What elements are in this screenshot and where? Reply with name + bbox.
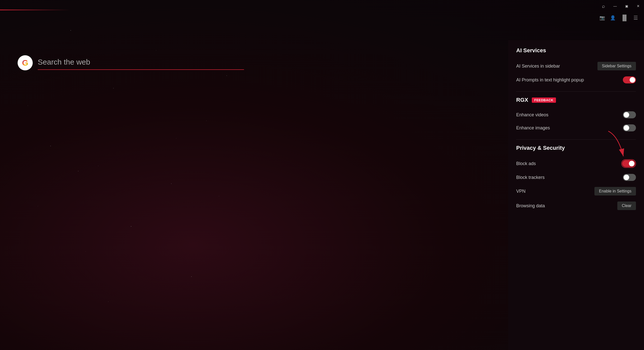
block-trackers-label: Block trackers: [516, 175, 545, 180]
profile-icon[interactable]: 👤: [610, 15, 616, 21]
right-panel: AI Services AI Services in sidebar Sideb…: [508, 40, 644, 350]
enhance-videos-toggle-thumb: [624, 112, 629, 118]
google-logo: G: [18, 55, 33, 70]
google-g-letter: G: [22, 58, 28, 68]
search-titlebar-button[interactable]: ⌕: [598, 0, 609, 12]
enhance-images-row: Enhance images: [516, 121, 636, 134]
camera-icon[interactable]: 📷: [599, 15, 605, 21]
media-control-icon[interactable]: ▐▌: [621, 15, 628, 21]
browsing-data-label: Browsing data: [516, 203, 545, 209]
enhance-videos-label: Enhance videos: [516, 112, 548, 118]
close-icon: ✕: [637, 4, 640, 8]
search-input[interactable]: [38, 56, 244, 68]
ai-prompts-toggle[interactable]: [623, 76, 636, 83]
search-titlebar-icon: ⌕: [602, 3, 605, 9]
maximize-button[interactable]: ▣: [621, 0, 632, 12]
block-trackers-toggle-track: [623, 174, 636, 181]
block-ads-label: Block ads: [516, 161, 536, 166]
minimize-icon: —: [613, 4, 617, 8]
browsing-data-row: Browsing data Clear: [516, 198, 636, 213]
ai-services-title: AI Services: [516, 47, 636, 54]
search-input-wrapper: [38, 56, 244, 70]
search-underline: [38, 69, 244, 70]
enhance-images-toggle[interactable]: [623, 124, 636, 131]
rgx-title: RGX: [516, 97, 528, 103]
rgx-header: RGX FEEDBACK: [516, 97, 636, 103]
close-button[interactable]: ✕: [632, 0, 644, 12]
sidebar-settings-button[interactable]: Sidebar Settings: [597, 62, 636, 70]
ai-services-sidebar-row: AI Services in sidebar Sidebar Settings: [516, 59, 636, 73]
block-ads-toggle-thumb: [629, 161, 634, 166]
top-accent-bar: [0, 10, 70, 10]
clear-browsing-data-button[interactable]: Clear: [617, 202, 636, 210]
enhance-videos-toggle[interactable]: [623, 111, 636, 118]
minimize-button[interactable]: —: [609, 0, 621, 12]
block-trackers-row: Block trackers: [516, 171, 636, 184]
divider-1: [516, 91, 636, 92]
vpn-row: VPN Enable in Settings: [516, 184, 636, 198]
ai-prompts-row: AI Prompts in text highlight popup: [516, 73, 636, 86]
block-trackers-toggle-thumb: [624, 175, 629, 180]
block-ads-toggle[interactable]: [622, 160, 635, 167]
block-trackers-toggle[interactable]: [623, 174, 636, 181]
block-ads-toggle-track: [622, 160, 635, 167]
rgx-feedback-badge: FEEDBACK: [532, 97, 556, 103]
toolbar: 📷 👤 ▐▌ ☰: [599, 15, 638, 21]
vpn-label: VPN: [516, 189, 526, 194]
enhance-videos-toggle-track: [623, 111, 636, 118]
block-ads-toggle-highlighted: [621, 159, 636, 168]
block-ads-row-wrapper: Block ads: [516, 156, 636, 171]
enhance-images-toggle-thumb: [624, 125, 629, 131]
vpn-enable-button[interactable]: Enable in Settings: [594, 187, 636, 195]
enhance-images-label: Enhance images: [516, 125, 550, 131]
menu-icon[interactable]: ☰: [633, 15, 638, 21]
titlebar: ⌕ — ▣ ✕: [0, 0, 644, 12]
privacy-security-title: Privacy & Security: [516, 145, 636, 151]
enhance-videos-row: Enhance videos: [516, 108, 636, 121]
search-area: G: [18, 55, 244, 70]
ai-services-sidebar-label: AI Services in sidebar: [516, 64, 560, 69]
ai-prompts-label: AI Prompts in text highlight popup: [516, 77, 584, 83]
divider-2: [516, 139, 636, 140]
enhance-images-toggle-track: [623, 124, 636, 131]
ai-prompts-toggle-thumb: [630, 77, 635, 83]
block-ads-row: Block ads: [516, 156, 636, 171]
maximize-icon: ▣: [625, 4, 628, 8]
ai-prompts-toggle-track: [623, 76, 636, 83]
